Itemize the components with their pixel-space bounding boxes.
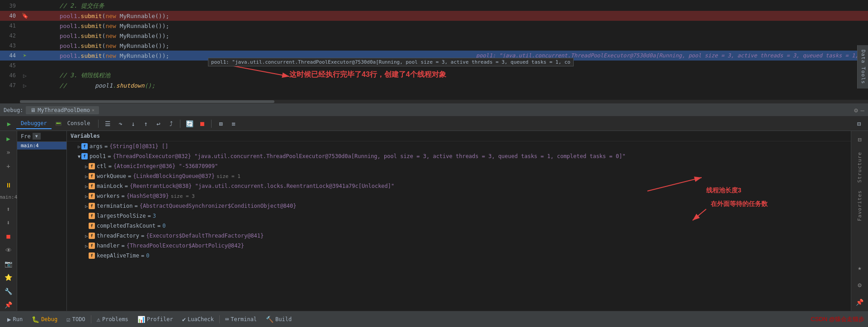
line-content: // 3. 销毁线程池: [29, 71, 868, 79]
bookmark-icon: 🔖: [22, 13, 28, 19]
var-value-largestpoolsize: 3: [153, 213, 156, 219]
memory-button[interactable]: ≡: [228, 118, 239, 129]
star-icon[interactable]: ⭐: [2, 271, 15, 283]
evaluate-button[interactable]: ⤴: [165, 118, 176, 129]
profiler-button[interactable]: 📊 Profiler: [134, 315, 177, 324]
line-content: pool1.submit(new MyRunnable());: [29, 42, 868, 49]
right-icon-pin[interactable]: 📌: [851, 294, 868, 311]
up-action-icon[interactable]: ⬆: [2, 203, 15, 215]
code-line-43: 43 pool1.submit(new MyRunnable());: [0, 41, 868, 51]
debug-toolbar: ▶ Debugger 📟 Console ☰ ↷ ↓ ↑ ↩ ⤴ 🔄 ⏹ ⊞ ≡…: [0, 117, 868, 131]
var-value-workers: {HashSet@839}: [127, 193, 169, 199]
pause-action-icon[interactable]: ⏸: [2, 179, 15, 191]
settings-icon[interactable]: ⚙: [854, 107, 858, 114]
data-tools-tab[interactable]: Data Tools: [857, 45, 868, 89]
step-into-button[interactable]: ↓: [127, 118, 138, 129]
variable-tooltip: pool1: "java.util.concurrent.ThreadPoolE…: [208, 58, 574, 66]
run-to-cursor-button[interactable]: ↩: [153, 118, 164, 129]
structure-label[interactable]: Structure: [857, 148, 863, 187]
var-expand-threadfactory[interactable]: ▷: [85, 234, 88, 238]
var-value-mainlock: {ReentrantLock@838} "java.util.concurren…: [130, 183, 394, 189]
frames-list: main:4: [17, 142, 66, 311]
var-row-ctl: ▷ f ctl = {AtomicInteger@836} "-53687090…: [67, 161, 851, 171]
build-icon: 🔨: [266, 316, 274, 323]
code-line-42: 42 pool1.submit(new MyRunnable());: [0, 31, 868, 41]
var-expand-workers[interactable]: ▷: [85, 194, 88, 199]
var-expand-pool1[interactable]: ▼: [78, 154, 80, 159]
luacheck-icon: ✔: [182, 316, 186, 323]
stop-action-icon[interactable]: ■: [2, 230, 15, 242]
frames-dropdown[interactable]: ▾: [33, 133, 41, 140]
var-value-threadfactory: {Executors$DefaultThreadFactory@841}: [146, 233, 264, 239]
status-bar: ▶ Run 🐛 Debug ☑ TODO ⚠ Problems 📊 Profil…: [0, 311, 868, 327]
line-gutter-bookmark: 🔖: [20, 13, 29, 19]
right-icon-gear[interactable]: ⚙: [851, 276, 868, 294]
var-icon-termination: f: [89, 203, 95, 209]
var-row-args: ▷ f args = {String[0]@831} []: [67, 141, 851, 151]
frames-header: Fre ▾: [17, 131, 66, 142]
debugger-tab[interactable]: Debugger: [16, 118, 52, 129]
var-expand-workqueue[interactable]: ▷: [85, 174, 88, 179]
build-button[interactable]: 🔨 Build: [262, 315, 295, 324]
variables-panel: ▷ f args = {String[0]@831} [] ▼ f pool1 …: [67, 141, 851, 311]
var-icon-handler: f: [89, 243, 95, 249]
var-icon-ctl: f: [89, 163, 95, 169]
variables-container: Variables ▷ f args = {String[0]@831} [] …: [67, 131, 851, 311]
debug-session-tab[interactable]: 🖥 MyThreadPoolDemo ✕: [26, 106, 99, 114]
step-over-button[interactable]: ↷: [115, 118, 126, 129]
var-name-mainlock: mainLock: [97, 183, 123, 189]
profiler-icon: 📊: [137, 316, 145, 323]
var-expand-mainlock[interactable]: ▷: [85, 184, 88, 189]
console-tab[interactable]: Console: [63, 118, 95, 129]
right-icon-star[interactable]: ★: [851, 259, 868, 276]
var-name-workers: workers: [97, 193, 120, 199]
camera-icon[interactable]: 📷: [2, 258, 15, 270]
problems-label: Problems: [102, 316, 128, 322]
resume-action-icon[interactable]: ▶: [2, 133, 15, 145]
favorites-label[interactable]: Favorites: [857, 187, 863, 225]
stop-button[interactable]: ⏹: [197, 118, 208, 129]
var-expand-termination[interactable]: ▷: [85, 204, 88, 209]
var-icon-largestpoolsize: f: [89, 213, 95, 219]
wrench-icon[interactable]: 🔧: [2, 285, 15, 297]
var-row-workqueue: ▷ f workQueue = {LinkedBlockingQueue@837…: [67, 171, 851, 181]
var-icon-args: f: [81, 143, 88, 149]
step-out-button[interactable]: ↑: [140, 118, 151, 129]
run-button[interactable]: ▶ Run: [4, 315, 26, 324]
horizontal-scrollbar[interactable]: [20, 100, 868, 103]
todo-icon: ☑: [66, 316, 70, 323]
code-line-41: 41 pool1.submit(new MyRunnable());: [0, 21, 868, 31]
var-expand-ctl[interactable]: ▷: [85, 164, 88, 169]
close-session-button[interactable]: ✕: [92, 107, 94, 112]
scrollbar-thumb[interactable]: [20, 100, 274, 103]
terminal-button[interactable]: ⌨ Terminal: [222, 315, 260, 324]
var-row-mainlock: ▷ f mainLock = {ReentrantLock@838} "java…: [67, 181, 851, 191]
pin-icon[interactable]: 📌: [2, 299, 15, 311]
var-size-workers: size = 3: [171, 193, 195, 199]
todo-label: TODO: [72, 316, 85, 322]
var-name-completed: completedTaskCount: [97, 223, 156, 229]
frame-item-main[interactable]: main:4: [17, 142, 66, 149]
luacheck-button[interactable]: ✔ LuaCheck: [179, 315, 217, 324]
line-gutter-fold: ▷: [20, 72, 29, 79]
restart-button[interactable]: 🔄: [184, 118, 195, 129]
down-action-icon[interactable]: ⬇: [2, 217, 15, 229]
var-expand-args[interactable]: ▷: [78, 144, 80, 149]
restore-layout-button[interactable]: ⊟: [854, 118, 864, 129]
var-name-keepalivetime: keepAliveTime: [97, 252, 139, 259]
line-gutter-fold-end: ▷: [20, 82, 29, 89]
minimize-icon[interactable]: —: [861, 107, 864, 114]
resume-button[interactable]: ▶: [4, 118, 14, 129]
right-expand-icon[interactable]: ⊟: [851, 131, 868, 148]
show-frames-button[interactable]: ☰: [102, 118, 113, 129]
expand-action-icon[interactable]: »: [2, 146, 15, 158]
var-expand-handler[interactable]: ▷: [85, 243, 88, 248]
problems-button[interactable]: ⚠ Problems: [93, 315, 132, 324]
todo-button[interactable]: ☑ TODO: [63, 315, 89, 324]
watch-button[interactable]: ⊞: [215, 118, 226, 129]
var-name-ctl: ctl: [97, 163, 107, 169]
view-icon[interactable]: 👁: [2, 244, 15, 256]
line-number: 47: [0, 82, 20, 89]
debug-status-button[interactable]: 🐛 Debug: [28, 315, 61, 324]
add-action-icon[interactable]: +: [2, 160, 15, 172]
